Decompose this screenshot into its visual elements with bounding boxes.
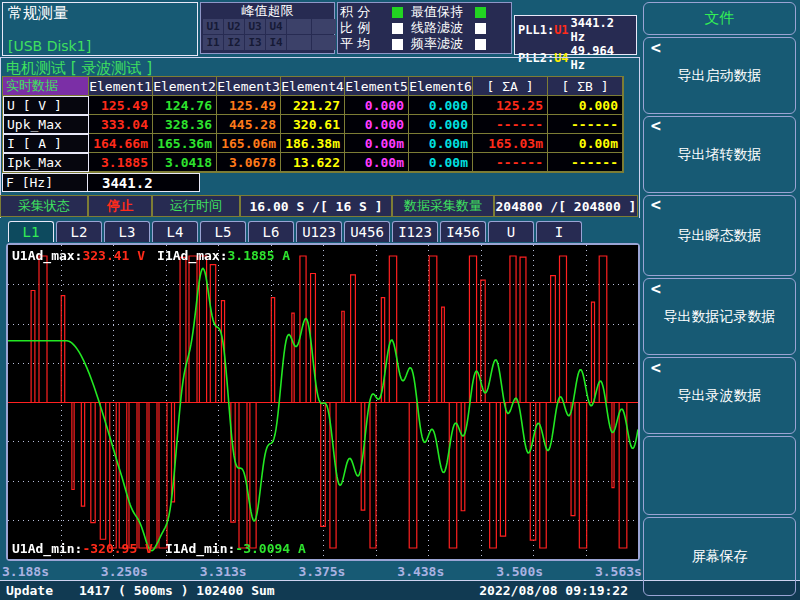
peak-cell-u4: U4 <box>266 19 286 34</box>
waveform-canvas <box>8 245 638 559</box>
toggle-row: 平 均频率滤波 <box>340 37 509 52</box>
time-tick-label: 3.438s <box>397 564 444 579</box>
table-cell: 124.76 <box>153 96 217 115</box>
table-cell: 3.1885 <box>89 153 153 172</box>
datetime: 2022/08/08 09:19:22 <box>479 583 628 598</box>
measurement-toggles-panel: 积 分最值保持比 例线路滤波平 均频率滤波 <box>337 2 512 54</box>
tab-l4[interactable]: L4 <box>152 221 198 242</box>
pll-value: 3441.2 Hz <box>571 16 633 44</box>
tab-i123[interactable]: I123 <box>392 221 438 242</box>
pll-source: U4 <box>554 51 568 65</box>
column-header: Element3 <box>217 77 281 96</box>
column-header: Element5 <box>345 77 409 96</box>
left-arrow-icon: < <box>650 196 662 214</box>
peak-cell-u3: U3 <box>245 19 265 34</box>
toggle-checkbox[interactable] <box>475 23 486 34</box>
u-min-unit: V <box>137 541 153 556</box>
i-min-value: -3.0094 <box>235 541 290 556</box>
time-tick-label: 3.500s <box>496 564 543 579</box>
pll-panel: PLL1:U13441.2 HzPLL2:U449.964 Hz <box>514 15 637 55</box>
frequency-label: F [Hz] <box>2 173 88 192</box>
acquisition-status-bar: 采集状态 停止 运行时间 16.00 S /[ 16 S ] 数据采集数量 20… <box>0 195 638 217</box>
table-cell: 125.49 <box>217 96 281 115</box>
toggle-label: 平 均 <box>340 35 388 53</box>
column-header: Element1 <box>89 77 153 96</box>
tab-u456[interactable]: U456 <box>344 221 390 242</box>
frequency-row: F [Hz] 3441.2 <box>2 173 200 192</box>
peak-cell-i2: I2 <box>224 35 244 50</box>
sample-count-value: 204800 /[ 204800 ] <box>493 196 637 216</box>
table-cell: 0.00m <box>409 134 473 153</box>
column-header: [ ΣA ] <box>473 77 548 96</box>
pll-row-2: PLL2:U449.964 Hz <box>515 44 636 72</box>
tab-u123[interactable]: U123 <box>296 221 342 242</box>
tab-i[interactable]: I <box>536 221 582 242</box>
left-arrow-icon: < <box>650 358 662 376</box>
pll-label: PLL1: <box>518 23 554 37</box>
u-max-label: U1Ad_max: <box>12 248 82 263</box>
peak-cell-u2: U2 <box>224 19 244 34</box>
usb-disk-status: [USB Disk1] <box>8 38 91 54</box>
file-menu-title[interactable]: 文件 <box>643 2 796 35</box>
tab-l6[interactable]: L6 <box>248 221 294 242</box>
table-cell: 0.000 <box>548 96 623 115</box>
table-cell: 165.03m <box>473 134 548 153</box>
export-stall-data-button[interactable]: <导出堵转数据 <box>643 116 796 193</box>
i-max-value: 3.1885 <box>228 248 275 263</box>
pll-row-1: PLL1:U13441.2 Hz <box>515 16 636 44</box>
function-key-sidebar: 文件<导出启动数据<导出堵转数据<导出瞬态数据<导出数据记录数据<导出录波数据屏… <box>641 0 800 600</box>
tab-l2[interactable]: L2 <box>56 221 102 242</box>
sidebar-button-label: 导出数据记录数据 <box>664 308 776 326</box>
i-min-label: I1Ad_min: <box>165 541 235 556</box>
toggle-checkbox[interactable] <box>475 39 486 50</box>
tab-u[interactable]: U <box>488 221 534 242</box>
i-max-unit: A <box>275 248 291 263</box>
table-cell: 125.49 <box>89 96 153 115</box>
left-arrow-icon: < <box>650 279 662 297</box>
table-cell: 164.66m <box>89 134 153 153</box>
export-transient-data-button[interactable]: <导出瞬态数据 <box>643 195 796 276</box>
table-cell: 3.0678 <box>217 153 281 172</box>
left-arrow-icon: < <box>650 117 662 135</box>
peak-over-limit-panel: 峰值超限 U1U2U3U4I1I2I3I4 <box>200 2 335 54</box>
toggle-checkbox[interactable] <box>475 7 486 18</box>
table-cell: 221.27 <box>281 96 345 115</box>
sample-count-label: 数据采集数量 <box>391 196 493 216</box>
tab-l1[interactable]: L1 <box>8 221 54 242</box>
peak-cell-empty <box>312 19 336 34</box>
export-datalog-data-button[interactable]: <导出数据记录数据 <box>643 278 796 355</box>
frequency-value: 3441.2 <box>88 173 200 192</box>
sidebar-button-label: 导出录波数据 <box>678 387 762 405</box>
peak-cell-i3: I3 <box>245 35 265 50</box>
toggle-checkbox[interactable] <box>392 23 403 34</box>
table-cell: 165.06m <box>217 134 281 153</box>
table-corner-label: 实时数据 <box>3 77 89 96</box>
row-label: Ipk_Max <box>3 153 89 172</box>
peak-cell-i4: I4 <box>266 35 286 50</box>
peak-cell-empty <box>312 35 336 50</box>
table-cell: ------ <box>473 115 548 134</box>
u-max-unit: V <box>129 248 145 263</box>
update-stats: 1417 ( 500ms ) 102400 Sum <box>79 583 275 598</box>
time-axis-labels: 3.188s3.250s3.313s3.375s3.438s3.500s3.56… <box>2 564 642 579</box>
table-cell: 13.622 <box>281 153 345 172</box>
peak-panel-title: 峰值超限 <box>201 3 334 19</box>
table-cell: 0.00m <box>409 153 473 172</box>
toggle-checkbox[interactable] <box>392 39 403 50</box>
toggle-checkbox[interactable] <box>392 7 403 18</box>
export-start-data-button[interactable]: <导出启动数据 <box>643 37 796 114</box>
u-min-label: U1Ad_min: <box>12 541 82 556</box>
instrument-screen: 常规测量 [USB Disk1] 峰值超限 U1U2U3U4I1I2I3I4 积… <box>0 0 800 600</box>
blank-function-key[interactable] <box>643 436 796 515</box>
toggle-label: 频率滤波 <box>411 35 471 53</box>
left-arrow-icon: < <box>650 38 662 56</box>
tab-i456[interactable]: I456 <box>440 221 486 242</box>
pll-value: 49.964 Hz <box>571 44 633 72</box>
export-waveform-data-button[interactable]: <导出录波数据 <box>643 357 796 434</box>
toggle-row: 比 例线路滤波 <box>340 21 509 36</box>
tab-l3[interactable]: L3 <box>104 221 150 242</box>
table-cell: 165.36m <box>153 134 217 153</box>
toggle-row: 积 分最值保持 <box>340 5 509 20</box>
screen-save-button[interactable]: 屏幕保存 <box>643 517 796 596</box>
tab-l5[interactable]: L5 <box>200 221 246 242</box>
